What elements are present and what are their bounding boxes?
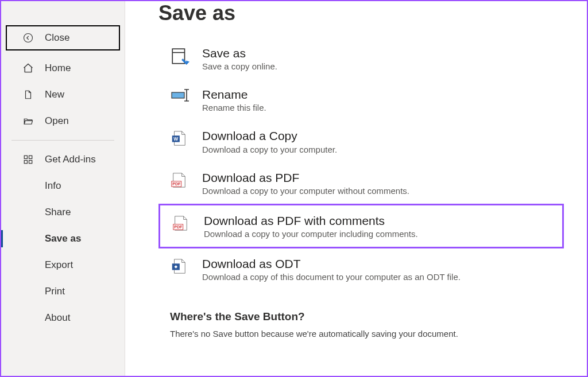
home-icon <box>22 63 34 74</box>
option-title: Download as ODT <box>202 256 461 271</box>
svg-rect-2 <box>29 156 32 158</box>
svg-rect-5 <box>172 49 184 64</box>
word-doc-icon: W <box>170 129 196 147</box>
sidebar-label-close: Close <box>45 32 69 44</box>
svg-rect-3 <box>24 161 27 164</box>
sidebar-label-print: Print <box>45 286 65 297</box>
sidebar-item-home[interactable]: Home <box>1 55 125 81</box>
option-download-pdf-comments[interactable]: PDF Download as PDF with comments Downlo… <box>158 204 564 248</box>
option-desc: Download a copy of this document to your… <box>202 272 461 282</box>
svg-point-0 <box>24 34 33 42</box>
pdf-comments-icon: PDF <box>172 213 198 232</box>
sidebar-label-export: Export <box>45 259 73 271</box>
svg-text:W: W <box>173 136 178 142</box>
sidebar-item-export[interactable]: Export <box>1 252 125 278</box>
sidebar-label-about: About <box>45 312 70 324</box>
sidebar-item-print[interactable]: Print <box>1 278 125 305</box>
saveas-options: Save as Save a copy online. Rename Renam… <box>125 38 587 290</box>
content-pane: Save as Save as Save a copy online. <box>125 1 587 376</box>
sidebar-item-share[interactable]: Share <box>1 199 125 226</box>
footer-desc: There's no Save button because we're aut… <box>170 329 587 339</box>
option-rename[interactable]: Rename Rename this file. <box>158 79 587 121</box>
option-save-as[interactable]: Save as Save a copy online. <box>158 38 587 79</box>
sidebar-item-new[interactable]: New <box>1 81 125 108</box>
page-title: Save as <box>125 1 587 25</box>
sidebar-label-share: Share <box>45 207 71 218</box>
option-desc: Rename this file. <box>202 103 266 112</box>
option-title: Download as PDF <box>202 170 409 185</box>
backstage-view: Close Home New Open <box>0 0 588 377</box>
sidebar-item-addins[interactable]: Get Add-ins <box>1 146 125 173</box>
sidebar-label-open: Open <box>45 115 69 127</box>
sidebar-label-new: New <box>45 89 64 100</box>
pdf-icon: PDF <box>170 170 196 189</box>
sidebar-item-saveas[interactable]: Save as <box>1 226 125 252</box>
option-desc: Download a copy to your computer includi… <box>204 229 418 239</box>
svg-rect-4 <box>29 161 32 164</box>
option-download-pdf[interactable]: PDF Download as PDF Download a copy to y… <box>158 162 587 204</box>
option-download-odt[interactable]: Download as ODT Download a copy of this … <box>158 248 587 290</box>
save-as-icon <box>170 46 196 67</box>
svg-text:PDF: PDF <box>172 182 181 186</box>
addins-icon <box>22 154 34 165</box>
svg-rect-6 <box>172 92 184 98</box>
svg-rect-1 <box>24 156 27 158</box>
sidebar-item-close[interactable]: Close <box>6 25 120 50</box>
footer-title: Where's the Save Button? <box>170 310 587 323</box>
back-arrow-icon <box>22 33 34 43</box>
sidebar-label-addins: Get Add-ins <box>45 154 96 165</box>
option-desc: Download a copy to your computer without… <box>202 186 409 196</box>
sidebar-divider <box>11 140 114 141</box>
sidebar-item-info[interactable]: Info <box>1 173 125 199</box>
sidebar-item-open[interactable]: Open <box>1 108 125 134</box>
option-desc: Download a copy to your computer. <box>202 145 337 154</box>
option-title: Rename <box>202 87 266 102</box>
sidebar-label-saveas: Save as <box>45 233 81 244</box>
odt-icon <box>170 256 196 275</box>
svg-text:PDF: PDF <box>174 225 183 229</box>
sidebar-label-info: Info <box>45 180 61 192</box>
option-title: Download as PDF with comments <box>204 213 418 228</box>
sidebar: Close Home New Open <box>1 1 125 376</box>
rename-icon <box>170 87 196 102</box>
new-file-icon <box>22 89 34 100</box>
sidebar-label-home: Home <box>45 63 71 74</box>
option-title: Download a Copy <box>202 129 337 143</box>
option-desc: Save a copy online. <box>202 61 277 71</box>
option-download-copy[interactable]: W Download a Copy Download a copy to you… <box>158 121 587 162</box>
option-title: Save as <box>202 46 277 60</box>
open-folder-icon <box>22 116 34 126</box>
save-button-info: Where's the Save Button? There's no Save… <box>125 310 587 339</box>
sidebar-item-about[interactable]: About <box>1 305 125 331</box>
